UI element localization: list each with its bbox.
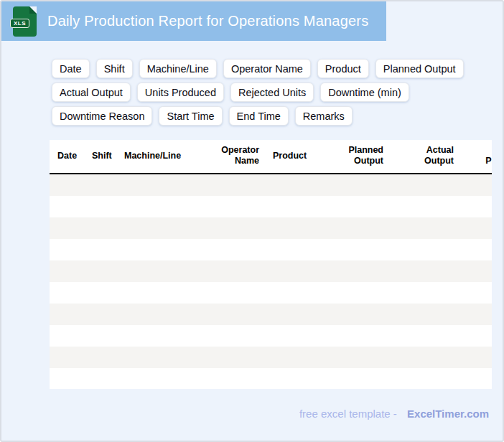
table-cell [265, 174, 319, 196]
chip-rejected-units: Rejected Units [230, 83, 314, 102]
report-table-head: DateShiftMachine/LineOperator NameProduc… [50, 140, 492, 174]
footer-text: free excel template - [299, 408, 397, 420]
table-cell [319, 304, 389, 325]
table-cell [50, 239, 84, 260]
table-cell [192, 325, 265, 347]
table-cell [459, 196, 492, 217]
table-row [50, 260, 492, 282]
column-header-actual-output: Actual Output [389, 140, 459, 174]
table-cell [265, 196, 319, 217]
table-row [50, 368, 492, 389]
chip-product: Product [317, 59, 369, 78]
table-cell [192, 304, 265, 325]
table-row [50, 174, 492, 196]
table-cell [459, 260, 492, 282]
table-cell [265, 347, 319, 368]
table-cell [50, 196, 84, 217]
table-cell [459, 325, 492, 347]
page-title: Daily Production Report for Operations M… [47, 13, 368, 29]
table-cell [50, 368, 84, 389]
table-cell [50, 174, 84, 196]
table-cell [50, 325, 84, 347]
table-row [50, 282, 492, 304]
table-cell [50, 217, 84, 239]
table-cell [116, 174, 192, 196]
table-cell [84, 260, 116, 282]
report-table: DateShiftMachine/LineOperator NameProduc… [50, 140, 492, 389]
chip-downtime-reason: Downtime Reason [52, 106, 152, 126]
chip-row-3: Downtime ReasonStart TimeEnd TimeRemarks [52, 106, 497, 126]
table-cell [265, 304, 319, 325]
table-cell [84, 347, 116, 368]
table-cell [116, 196, 192, 217]
table-cell [116, 325, 192, 347]
table-cell [84, 239, 116, 260]
table-cell [192, 347, 265, 368]
column-header-date: Date [50, 140, 84, 174]
table-cell [319, 260, 389, 282]
table-cell [389, 239, 459, 260]
chip-remarks: Remarks [295, 106, 353, 126]
chip-row-2: Actual OutputUnits ProducedRejected Unit… [52, 83, 497, 102]
table-cell [50, 260, 84, 282]
table-cell [84, 368, 116, 389]
header-bar: XLS Daily Production Report for Operatio… [1, 1, 386, 41]
column-header-units-produced: Units Produced [459, 140, 492, 174]
table-cell [265, 239, 319, 260]
chip-actual-output: Actual Output [52, 83, 131, 102]
table-cell [192, 196, 265, 217]
column-tags: DateShiftMachine/LineOperator NameProduc… [52, 59, 497, 130]
chip-end-time: End Time [229, 106, 289, 126]
table-cell [389, 368, 459, 389]
table-cell [192, 260, 265, 282]
column-header-operator-name: Operator Name [192, 140, 265, 174]
table-cell [192, 282, 265, 304]
table-cell [265, 217, 319, 239]
table-cell [389, 347, 459, 368]
table-cell [319, 196, 389, 217]
report-table-body [50, 174, 492, 389]
table-cell [265, 282, 319, 304]
table-cell [319, 347, 389, 368]
table-cell [459, 304, 492, 325]
table-cell [319, 368, 389, 389]
chip-units-produced: Units Produced [137, 83, 224, 102]
table-cell [459, 239, 492, 260]
chip-downtime-min: Downtime (min) [320, 83, 409, 102]
table-cell [389, 174, 459, 196]
footer-brand-link[interactable]: ExcelTimer.com [407, 408, 489, 420]
table-cell [319, 217, 389, 239]
report-table-container: DateShiftMachine/LineOperator NameProduc… [50, 140, 492, 389]
chip-date: Date [52, 59, 90, 78]
table-cell [319, 174, 389, 196]
table-cell [192, 217, 265, 239]
table-cell [84, 325, 116, 347]
table-row [50, 325, 492, 347]
footer: free excel template - ExcelTimer.com [299, 408, 489, 420]
table-cell [84, 174, 116, 196]
table-row [50, 304, 492, 325]
table-row [50, 196, 492, 217]
table-cell [319, 325, 389, 347]
table-cell [116, 217, 192, 239]
table-cell [50, 282, 84, 304]
table-cell [319, 282, 389, 304]
table-cell [50, 304, 84, 325]
column-header-product: Product [265, 140, 319, 174]
table-cell [459, 217, 492, 239]
column-header-shift: Shift [84, 140, 116, 174]
table-cell [389, 217, 459, 239]
file-fold-corner [29, 6, 37, 14]
table-row [50, 217, 492, 239]
table-cell [265, 260, 319, 282]
column-header-machine-line: Machine/Line [116, 140, 192, 174]
table-cell [459, 347, 492, 368]
table-cell [116, 368, 192, 389]
table-cell [116, 347, 192, 368]
table-row [50, 239, 492, 260]
table-cell [265, 325, 319, 347]
column-header-planned-output: Planned Output [319, 140, 389, 174]
table-cell [84, 217, 116, 239]
table-cell [459, 368, 492, 389]
table-cell [192, 368, 265, 389]
